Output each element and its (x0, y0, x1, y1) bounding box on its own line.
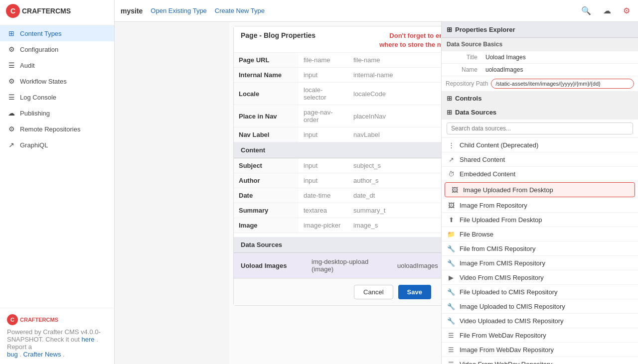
remote-icon: ⚙ (7, 125, 16, 133)
ds-item-icon: 📁 (447, 230, 456, 239)
page-title: Page - Blog Properties (241, 31, 316, 39)
ds-list-item[interactable]: 📁 File Browse (442, 227, 638, 242)
field-label: Image (234, 218, 299, 233)
ds-list-item[interactable]: ☰ Video From WebDav Repository (442, 357, 638, 364)
log-icon: ☰ (7, 93, 16, 101)
sidebar-item-log-console[interactable]: ☰ Log Console (0, 89, 114, 105)
ds-list-item[interactable]: ⋮ Child Content (Deprecated) (442, 138, 638, 152)
ds-list-item[interactable]: ▶ Video From CMIS Repository (442, 270, 638, 285)
ds-item-icon: 🔧 (447, 302, 456, 311)
sidebar-item-graphiql[interactable]: ↗ GraphiQL (0, 137, 114, 153)
footer-logo-text: CRAFTERCMS (20, 317, 58, 323)
field-type: input (299, 173, 348, 188)
table-row: Name uoloadImages (442, 64, 638, 76)
ds-list-item[interactable]: 🔧 Video Uploaded to CMIS Repository (442, 314, 638, 328)
sidebar-item-remote-repositories[interactable]: ⚙ Remote Repositories (0, 121, 114, 137)
ds-list-item[interactable]: 🔧 Image Uploaded to CMIS Repository (442, 299, 638, 314)
field-type: input (299, 127, 348, 142)
ds-item-icon: 🖼 (450, 185, 459, 194)
ds-item-label: Image Uploaded From Desktop (463, 186, 553, 194)
ds-item-label: Embedded Content (460, 170, 515, 178)
sidebar-item-configuration[interactable]: ⚙ Configuration (0, 41, 114, 57)
create-new-type-link[interactable]: Create New Type (215, 7, 265, 14)
brand: C CRAFTERCMS (0, 0, 114, 25)
open-existing-type-link[interactable]: Open Existing Type (151, 7, 207, 14)
sidebar-item-label: Content Types (20, 30, 62, 37)
right-panel: ⊞ Properties Explorer Data Source Basics… (441, 22, 638, 364)
footer-crafter-news-link[interactable]: Crafter News (23, 351, 61, 358)
ds-item-icon: 🔧 (447, 244, 456, 253)
ds-var: uoloadImages (397, 262, 438, 269)
ds-list-item[interactable]: 🔧 File Uploaded to CMIS Repository (442, 285, 638, 299)
sidebar-item-workflow-states[interactable]: ⚙ Workflow States (0, 73, 114, 89)
field-label: Page URL (234, 53, 299, 68)
save-button[interactable]: Save (398, 285, 431, 299)
sidebar-item-audit[interactable]: ☰ Audit (0, 57, 114, 73)
ds-search-input[interactable] (447, 122, 633, 134)
crafter-icon[interactable]: ⚙ (621, 4, 632, 17)
ds-item-icon: ⋮ (447, 140, 456, 149)
ds-item-icon: 🔧 (447, 258, 456, 267)
field-type: file-name (299, 53, 348, 68)
cloud-upload-icon[interactable]: ☁ (601, 4, 613, 17)
ds-item-label: Shared Content (460, 156, 505, 163)
field-label: Nav Label (234, 127, 299, 142)
ds-item-label: Video From WebDav Repository (460, 361, 552, 364)
field-label: Author (234, 173, 299, 188)
repository-path-row: Repository Path (442, 76, 638, 92)
repo-path-input[interactable] (491, 79, 634, 89)
ds-list-item[interactable]: ☰ Image From WebDav Repository (442, 343, 638, 357)
ds-item-icon: ☰ (447, 331, 456, 340)
name-value: uoloadImages (481, 64, 638, 76)
ds-list-item[interactable]: 🖼 Image From Repository (442, 198, 638, 213)
footer-logo-icon: C (7, 314, 18, 325)
ds-search-container (442, 120, 638, 138)
ds-item-label: Video Uploaded to CMIS Repository (460, 317, 564, 325)
field-type: locale-selector (299, 83, 348, 105)
sidebar-item-publishing[interactable]: ☁ Publishing (0, 105, 114, 121)
topbar: mysite Open Existing Type Create New Typ… (115, 0, 638, 22)
search-icon[interactable]: 🔍 (579, 4, 593, 17)
cancel-button[interactable]: Cancel (354, 285, 393, 299)
ds-list-item[interactable]: ☰ File From WebDav Repository (442, 328, 638, 343)
sidebar-item-content-types[interactable]: ⊞ Content Types (0, 25, 114, 41)
ds-list-item[interactable]: 🔧 File from CMIS Repository (442, 242, 638, 256)
field-type: textarea (299, 203, 348, 218)
repo-path-label: Repository Path (446, 80, 488, 87)
ds-item-label: Child Content (Deprecated) (460, 141, 538, 149)
footer-here-link[interactable]: here (82, 336, 95, 343)
ds-item-label: File Uploaded From Desktop (460, 216, 542, 224)
ds-list-item[interactable]: 🖼 Image Uploaded From Desktop (445, 182, 635, 197)
data-sources-collapsible[interactable]: ⊞ Data Sources (442, 106, 638, 120)
field-label: Locale (234, 83, 299, 105)
ds-item-icon: ⏱ (447, 169, 456, 178)
sidebar-footer: C CRAFTERCMS Powered by Crafter CMS v4.0… (0, 308, 114, 364)
field-type: input (299, 158, 348, 173)
field-label: Date (234, 188, 299, 203)
sidebar-item-label: Workflow States (20, 78, 67, 85)
ds-item-icon: ☰ (447, 360, 456, 364)
ds-item-icon: 🖼 (447, 201, 456, 210)
field-label: Place in Nav (234, 105, 299, 127)
footer-bug-link[interactable]: bug (7, 351, 18, 358)
ds-list-item[interactable]: ⬆ File Uploaded From Desktop (442, 213, 638, 227)
field-type: image-picker (299, 218, 348, 233)
controls-expand-icon: ⊞ (447, 95, 452, 102)
controls-collapsible[interactable]: ⊞ Controls (442, 92, 638, 106)
ds-type: img-desktop-upload(image) (312, 258, 391, 273)
sidebar-item-label: Publishing (20, 110, 50, 117)
ds-list-item[interactable]: ↗ Shared Content (442, 152, 638, 167)
ds-item-icon: ↗ (447, 155, 456, 164)
ds-item-icon: ⬆ (447, 215, 456, 224)
ds-item-label: File from CMIS Repository (460, 245, 535, 252)
ds-list-item[interactable]: ⏱ Embedded Content (442, 167, 638, 181)
ds-item-label: Image From Repository (460, 202, 527, 209)
sidebar-item-label: Remote Repositories (20, 125, 80, 133)
controls-label: Controls (455, 95, 481, 102)
field-label: Internal Name (234, 68, 299, 83)
ds-item-label: Image Uploaded to CMIS Repository (460, 303, 565, 310)
graphiql-icon: ↗ (7, 141, 16, 149)
properties-explorer-header: ⊞ Properties Explorer (442, 22, 638, 38)
ds-list-item[interactable]: 🔧 Image From CMIS Repository (442, 256, 638, 270)
field-type: input (299, 68, 348, 83)
